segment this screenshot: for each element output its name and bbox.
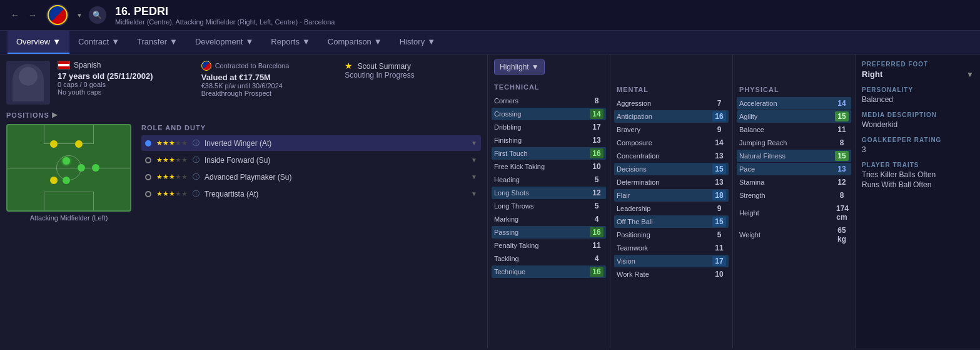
attr-value: 13 <box>712 151 726 161</box>
attr-value: 17 <box>590 122 604 132</box>
role-item-1[interactable]: ★★★★★ ⓘ Inside Forward (Su) ▼ <box>141 152 481 168</box>
contract-info: Contracted to Barcelona Valued at €17.75… <box>201 61 338 105</box>
contract-value: Valued at €17.75M <box>201 73 338 82</box>
nav-overview[interactable]: Overview ▼ <box>8 31 69 54</box>
forward-button[interactable]: → <box>25 9 40 21</box>
attr-value: 11 <box>712 243 726 253</box>
role-duty-section: ROLE AND DUTY ★★★★★ ⓘ Inverted Winger (A… <box>141 124 481 227</box>
role-radio-3[interactable] <box>145 191 151 197</box>
attr-name: Pace <box>739 165 835 173</box>
contract-club-badge <box>201 61 211 71</box>
club-chevron-icon[interactable]: ▼ <box>76 12 83 19</box>
attr-value: 18 <box>712 190 726 200</box>
contract-wage: €38.5K p/w until 30/6/2024 <box>201 82 338 90</box>
nav-transfer[interactable]: Transfer ▼ <box>128 31 186 54</box>
attr-row: Technique16 <box>492 265 606 278</box>
attr-value: 13 <box>712 177 726 187</box>
role-chevron-0[interactable]: ▼ <box>471 140 477 147</box>
attr-row: Leadership9 <box>614 202 729 215</box>
gk-rating-label: GOALKEEPER RATING <box>862 136 974 143</box>
attr-row: First Touch16 <box>492 147 606 160</box>
nav-menu: Overview ▼ Contract ▼ Transfer ▼ Develop… <box>0 31 980 54</box>
attr-value: 13 <box>835 164 849 174</box>
mental-attrs: Aggression7Anticipation16Bravery9Composu… <box>614 97 729 281</box>
nav-history[interactable]: History ▼ <box>391 31 444 54</box>
role-name-3: Trequartista (At) <box>205 190 466 198</box>
attr-name: Balance <box>739 126 835 133</box>
pitch <box>6 124 131 212</box>
attr-name: Technique <box>494 268 590 275</box>
scout-status: Scouting In Progress <box>345 71 481 80</box>
attr-value: 10 <box>712 269 726 279</box>
nav-contract[interactable]: Contract ▼ <box>69 31 128 54</box>
nav-comparison[interactable]: Comparison ▼ <box>319 31 391 54</box>
trait-item: Runs With Ball Often <box>862 180 974 189</box>
role-radio-2[interactable] <box>145 174 151 180</box>
player-youth: No youth caps <box>58 88 194 96</box>
attr-row: Aggression7 <box>614 97 729 110</box>
attr-name: Height <box>739 209 835 217</box>
attr-row: Weight65 kg <box>737 224 851 245</box>
contract-prospect: Breakthrough Prospect <box>201 90 338 97</box>
attr-row: Free Kick Taking10 <box>492 160 606 173</box>
search-icon[interactable]: 🔍 <box>89 6 106 24</box>
attr-value: 8 <box>835 138 849 148</box>
attr-value: 16 <box>590 267 604 277</box>
attr-value: 5 <box>590 201 604 211</box>
attr-value: 174 cm <box>835 203 849 222</box>
attr-row: Long Throws5 <box>492 200 606 212</box>
attr-name: Penalty Taking <box>494 242 590 249</box>
attr-value: 11 <box>590 240 604 250</box>
media-section: MEDIA DESCRIPTION Wonderkid <box>862 111 974 129</box>
attr-name: Dribbling <box>494 123 590 131</box>
media-label: MEDIA DESCRIPTION <box>862 111 974 118</box>
attr-value: 15 <box>712 217 726 227</box>
nav-reports[interactable]: Reports ▼ <box>262 31 318 54</box>
role-chevron-2[interactable]: ▼ <box>471 173 477 180</box>
attr-row: Agility15 <box>737 110 851 123</box>
media-value: Wonderkid <box>862 120 974 129</box>
attr-value: 5 <box>590 175 604 185</box>
nationality-flag <box>58 61 70 69</box>
highlight-button[interactable]: Highlight ▼ <box>494 59 545 75</box>
attr-value: 16 <box>590 227 604 237</box>
pitch-container: Attacking Midfielder (Left) <box>6 124 131 222</box>
attr-name: Anticipation <box>617 113 712 120</box>
player-title: 16. PEDRI Midfielder (Centre), Attacking… <box>115 5 335 26</box>
role-item-0[interactable]: ★★★★★ ⓘ Inverted Winger (At) ▼ <box>141 135 481 151</box>
physical-attrs: Acceleration14Agility15Balance11Jumping … <box>737 97 851 245</box>
attr-name: Teamwork <box>617 244 712 252</box>
back-button[interactable]: ← <box>8 9 23 21</box>
role-chevron-1[interactable]: ▼ <box>471 157 477 163</box>
attr-row: Dribbling17 <box>492 121 606 133</box>
personality-label: PERSONALITY <box>862 86 974 93</box>
player-avatar <box>6 61 50 105</box>
chevron-down-icon: ▼ <box>532 63 539 71</box>
attr-name: Off The Ball <box>617 218 712 225</box>
role-chevron-3[interactable]: ▼ <box>471 190 477 197</box>
attr-value: 5 <box>712 230 726 240</box>
personality-value: Balanced <box>862 95 974 104</box>
role-name-0: Inverted Winger (At) <box>205 139 466 148</box>
attr-value: 14 <box>835 98 849 108</box>
role-radio-1[interactable] <box>145 157 151 163</box>
attr-row: Long Shots12 <box>492 187 606 199</box>
scout-label: Scout Summary <box>358 62 411 71</box>
preferred-foot-section: PREFERRED FOOT Right ▼ <box>862 61 974 79</box>
role-item-3[interactable]: ★★★★★ ⓘ Trequartista (At) ▼ <box>141 186 481 202</box>
main-content: Spanish 17 years old (25/11/2002) 0 caps… <box>0 54 980 348</box>
attr-value: 8 <box>590 96 604 106</box>
nav-arrows: ← → <box>8 9 40 21</box>
player-caps: 0 caps / 0 goals <box>58 81 194 88</box>
attr-name: Heading <box>494 176 590 183</box>
role-radio-0[interactable] <box>145 140 151 147</box>
technical-section: Highlight ▼ TECHNICAL Corners8Crossing14… <box>488 54 610 348</box>
mental-section: MENTAL Aggression7Anticipation16Bravery9… <box>610 54 733 348</box>
player-number-name: 16. PEDRI <box>115 5 335 18</box>
attr-value: 4 <box>590 214 604 224</box>
attr-row: Positioning5 <box>614 229 729 241</box>
nav-development[interactable]: Development ▼ <box>186 31 262 54</box>
trait-item: Tries Killer Balls Often <box>862 170 974 179</box>
role-item-2[interactable]: ★★★★★ ⓘ Advanced Playmaker (Su) ▼ <box>141 169 481 185</box>
preferred-foot-chevron-icon[interactable]: ▼ <box>966 70 974 79</box>
